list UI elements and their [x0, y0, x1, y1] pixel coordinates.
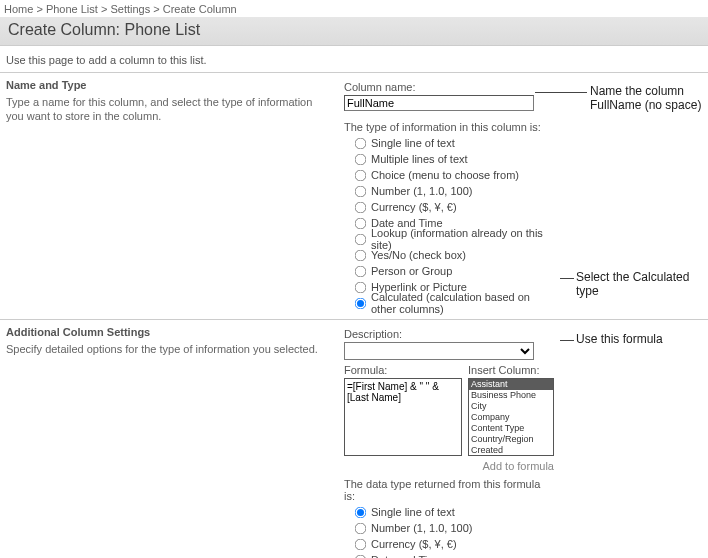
- insert-column-label: Insert Column:: [468, 364, 554, 376]
- type-radio-list: Single line of text Multiple lines of te…: [344, 135, 554, 311]
- crumb-sep: >: [150, 3, 163, 15]
- type-option[interactable]: Currency ($, ¥, €): [354, 199, 554, 215]
- column-name-label: Column name:: [344, 81, 554, 93]
- type-option-label: Person or Group: [371, 265, 452, 277]
- crumb-settings[interactable]: Settings: [110, 3, 150, 15]
- description-label: Description:: [344, 328, 554, 340]
- return-type-label: Number (1, 1.0, 100): [371, 522, 473, 534]
- type-option[interactable]: Single line of text: [354, 135, 554, 151]
- formula-input[interactable]: [344, 378, 462, 456]
- return-type-option[interactable]: Single line of text: [354, 504, 554, 520]
- crumb-sep: >: [98, 3, 111, 15]
- insert-column-item[interactable]: Assistant: [469, 379, 553, 390]
- insert-column-list[interactable]: Assistant Business Phone City Company Co…: [468, 378, 554, 456]
- insert-column-item[interactable]: Company: [469, 412, 553, 423]
- page-title: Create Column: Phone List: [8, 21, 700, 39]
- return-type-label: Date and Time: [371, 554, 443, 558]
- addl-desc: Specify detailed options for the type of…: [6, 342, 328, 356]
- return-type-list: Single line of text Number (1, 1.0, 100)…: [344, 504, 554, 558]
- breadcrumb: Home > Phone List > Settings > Create Co…: [0, 0, 708, 17]
- insert-column-item[interactable]: Country/Region: [469, 434, 553, 445]
- formula-label: Formula:: [344, 364, 462, 376]
- type-option-label: Yes/No (check box): [371, 249, 466, 261]
- type-option-label: Calculated (calculation based on other c…: [371, 291, 554, 315]
- crumb-phonelist[interactable]: Phone List: [46, 3, 98, 15]
- type-option[interactable]: Person or Group: [354, 263, 554, 279]
- name-type-desc: Type a name for this column, and select …: [6, 95, 328, 124]
- return-type-option[interactable]: Currency ($, ¥, €): [354, 536, 554, 552]
- annotation-formula: Use this formula: [576, 332, 663, 346]
- annotation-calculated-type: Select the Calculated type: [576, 270, 708, 299]
- type-option-calculated[interactable]: Calculated (calculation based on other c…: [354, 295, 554, 311]
- return-type-intro: The data type returned from this formula…: [344, 478, 554, 502]
- type-option[interactable]: Number (1, 1.0, 100): [354, 183, 554, 199]
- title-bar: Create Column: Phone List: [0, 17, 708, 46]
- page-intro: Use this page to add a column to this li…: [0, 46, 708, 72]
- type-option-label: Currency ($, ¥, €): [371, 201, 457, 213]
- section-additional-settings: Additional Column Settings Specify detai…: [0, 319, 708, 558]
- addl-heading: Additional Column Settings: [6, 326, 328, 338]
- type-option-label: Number (1, 1.0, 100): [371, 185, 473, 197]
- return-type-label: Single line of text: [371, 506, 455, 518]
- add-to-formula-link[interactable]: Add to formula: [344, 458, 560, 476]
- name-type-heading: Name and Type: [6, 79, 328, 91]
- type-option-label: Choice (menu to choose from): [371, 169, 519, 181]
- type-option[interactable]: Choice (menu to choose from): [354, 167, 554, 183]
- annotation-name-column: Name the column FullName (no space): [590, 84, 708, 113]
- type-option[interactable]: Lookup (information already on this site…: [354, 231, 554, 247]
- description-select[interactable]: [344, 342, 534, 360]
- crumb-sep: >: [33, 3, 46, 15]
- crumb-home[interactable]: Home: [4, 3, 33, 15]
- type-option-label: Lookup (information already on this site…: [371, 227, 554, 251]
- return-type-option[interactable]: Date and Time: [354, 552, 554, 558]
- type-option[interactable]: Multiple lines of text: [354, 151, 554, 167]
- insert-column-item[interactable]: Content Type: [469, 423, 553, 434]
- return-type-label: Currency ($, ¥, €): [371, 538, 457, 550]
- type-option-label: Single line of text: [371, 137, 455, 149]
- crumb-current: Create Column: [163, 3, 237, 15]
- type-option-label: Multiple lines of text: [371, 153, 468, 165]
- insert-column-item[interactable]: Created: [469, 445, 553, 456]
- type-intro: The type of information in this column i…: [344, 121, 554, 133]
- return-type-option[interactable]: Number (1, 1.0, 100): [354, 520, 554, 536]
- insert-column-item[interactable]: Business Phone: [469, 390, 553, 401]
- insert-column-item[interactable]: City: [469, 401, 553, 412]
- column-name-input[interactable]: [344, 95, 534, 111]
